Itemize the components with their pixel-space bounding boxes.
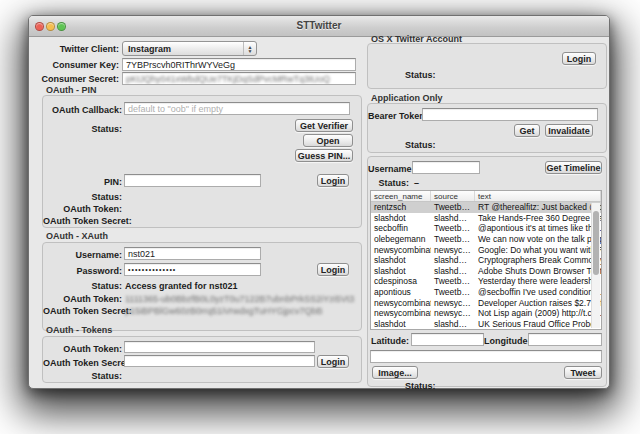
pin-oauth-token-secret-label: OAuth Token Secret: (43, 216, 122, 226)
table-cell-screen_name: slashdot (371, 319, 431, 329)
table-row[interactable]: rentzschTweetb…RT @therealfitz: Just bac… (371, 202, 601, 213)
table-cell-source: newsyc… (431, 308, 475, 318)
get-verifier-button[interactable]: Get Verifier (295, 119, 353, 132)
twitter-client-label: Twitter Client: (29, 44, 119, 54)
window-title: STTwitter (29, 20, 609, 31)
get-timeline-button[interactable]: Get Timeline (545, 161, 602, 174)
xauth-login-button[interactable]: Login (317, 263, 349, 276)
timeline-table-body: rentzschTweetb…RT @therealfitz: Just bac… (371, 202, 601, 329)
table-cell-text: Adobe Shuts Down Browser Testi… (475, 266, 601, 276)
table-cell-screen_name: apontious (371, 287, 431, 297)
consumer-secret-field[interactable]: pKtJQhy041xWbdQUe7TKjDqSdPvcMRwTq3tUoQ (122, 72, 356, 85)
table-scrollbar-thumb[interactable] (593, 211, 599, 275)
table-row[interactable]: slashdotslashd…UK Serious Fraud Office P… (371, 319, 601, 330)
table-cell-text: @apontious it's at times like this… (475, 223, 601, 233)
table-cell-text: Take Hands-Free 360 Degree Pan… (475, 213, 601, 223)
table-cell-text: RT @therealfitz: Just backed @pa… (475, 202, 601, 212)
consumer-key-value: 7YBPrscvh0RIThrWYVeGg (126, 60, 235, 70)
table-cell-source: slashd… (431, 255, 475, 265)
table-row[interactable]: apontiousTweetb…@secboffin I've used con… (371, 287, 601, 298)
table-row[interactable]: secboffinTweetb…@apontious it's at times… (371, 223, 601, 234)
table-cell-source: newsyc… (431, 245, 475, 255)
tweet-text-field[interactable] (370, 350, 602, 363)
osx-login-button[interactable]: Login (562, 52, 596, 65)
tokens-oauth-token-secret-field[interactable] (124, 355, 315, 367)
timeline-username-field[interactable] (412, 161, 480, 174)
table-cell-screen_name: slashdot (371, 266, 431, 276)
guess-pin-button[interactable]: Guess PIN... (295, 149, 353, 162)
twitter-client-popup[interactable]: Instagram ▲▼ (122, 41, 257, 56)
table-cell-screen_name: cdespinosa (371, 276, 431, 286)
table-row[interactable]: newsycombinatornewsyc…Google: Do what yo… (371, 244, 601, 255)
table-cell-source: newsyc… (431, 298, 475, 308)
table-row[interactable]: slashdotslashd…Cryptographers Break Comm… (371, 255, 601, 266)
table-scrollbar[interactable] (591, 203, 600, 328)
table-cell-text: We can now vote on the talk prop… (475, 234, 601, 244)
table-cell-screen_name: newsycombinator (371, 308, 431, 318)
oauth-tokens-group-title: OAuth - Tokens (46, 325, 112, 335)
oauth-xauth-group-title: OAuth - XAuth (46, 231, 108, 241)
invalidate-button[interactable]: Invalidate (545, 124, 593, 137)
bearer-token-field[interactable] (422, 108, 598, 121)
xauth-oauth-token-label: OAuth Token: (43, 294, 122, 304)
oauth-callback-field[interactable]: default to "oob" if empty (124, 102, 350, 115)
column-header-screen_name[interactable]: screen_name (371, 191, 431, 201)
xauth-username-field[interactable]: nst021 (124, 247, 261, 260)
table-row[interactable]: newsycombinatornewsyc…Developer Auction … (371, 297, 601, 308)
table-row[interactable]: slashdotslashd…Adobe Shuts Down Browser … (371, 266, 601, 277)
timeline-table-header: screen_namesourcetext (371, 191, 601, 202)
osx-status-label: Status: (405, 70, 436, 80)
table-cell-text: @secboffin I've used conditional… (475, 287, 601, 297)
apponly-status-label: Status: (405, 140, 436, 150)
twitter-client-value: Instagram (128, 44, 171, 54)
pin-status2-label: Status: (43, 192, 122, 202)
longitude-field[interactable] (528, 333, 602, 346)
tokens-oauth-token-field[interactable] (124, 341, 315, 353)
open-button[interactable]: Open (303, 134, 353, 147)
xauth-password-field[interactable]: •••••••••••••• (124, 263, 261, 276)
table-row[interactable]: newsycombinatornewsyc…Not Lisp again (20… (371, 308, 601, 319)
latitude-field[interactable] (411, 333, 484, 346)
osx-account-group: Login Status: (367, 43, 607, 89)
column-header-text[interactable]: text (475, 191, 601, 201)
table-row[interactable]: cdespinosaTweetb…Yesterday there were le… (371, 276, 601, 287)
table-cell-text: UK Serious Fraud Office Probes A… (475, 319, 601, 329)
app-window: STTwitter Twitter Client: Instagram ▲▼ C… (28, 15, 610, 389)
oauth-pin-group: OAuth Callback: default to "oob" if empt… (42, 95, 362, 228)
pin-status-label: Status: (43, 124, 122, 134)
table-cell-text: Yesterday there were leadership c… (475, 276, 601, 286)
oauth-callback-label: OAuth Callback: (43, 105, 122, 115)
table-cell-screen_name: olebegemann (371, 234, 431, 244)
get-button[interactable]: Get (514, 124, 540, 137)
image-button[interactable]: Image... (372, 366, 418, 379)
timeline-status-label: Status: (368, 178, 409, 188)
table-cell-screen_name: newsycombinator (371, 298, 431, 308)
xauth-oauth-token-secret-value-redacted: p15iBPBlGw60zB0rrq51iVrwdxgTuHYGjpcv7QbB (125, 306, 322, 316)
table-cell-source: Tweetb… (431, 202, 475, 212)
consumer-key-field[interactable]: 7YBPrscvh0RIThrWYVeGg (122, 58, 356, 71)
consumer-secret-label: Consumer Secret: (29, 74, 119, 84)
tokens-login-button[interactable]: Login (317, 355, 349, 368)
tweet-button[interactable]: Tweet (564, 366, 602, 379)
table-row[interactable]: olebegemannTweetb…We can now vote on the… (371, 234, 601, 245)
latitude-label: Latitude: (368, 336, 409, 346)
tokens-oauth-token-secret-label: OAuth Token Secret: (43, 358, 122, 368)
pin-login-button[interactable]: Login (317, 174, 349, 187)
oauth-pin-group-title: OAuth - PIN (46, 85, 97, 95)
column-header-source[interactable]: source (431, 191, 475, 201)
timeline-status-value: – (414, 178, 419, 188)
table-row[interactable]: slashdotslashd…Take Hands-Free 360 Degre… (371, 213, 601, 224)
xauth-status-label: Status: (43, 281, 122, 291)
table-cell-text: Not Lisp again (2009) http://t.co… (475, 308, 601, 318)
pin-field[interactable] (124, 174, 261, 187)
table-cell-text: Developer Auction raises $2.7M f… (475, 298, 601, 308)
title-bar[interactable]: STTwitter (29, 16, 609, 37)
popup-arrows-icon: ▲▼ (243, 42, 256, 55)
tweet-status-label: Status: (405, 381, 436, 391)
xauth-username-label: Username: (43, 250, 122, 260)
tweets-table[interactable]: screen_namesourcetext rentzschTweetb…RT … (370, 190, 602, 330)
table-cell-screen_name: slashdot (371, 213, 431, 223)
table-cell-screen_name: newsycombinator (371, 245, 431, 255)
table-cell-screen_name: rentzsch (371, 202, 431, 212)
table-cell-text: Google: Do what you want with R… (475, 245, 601, 255)
